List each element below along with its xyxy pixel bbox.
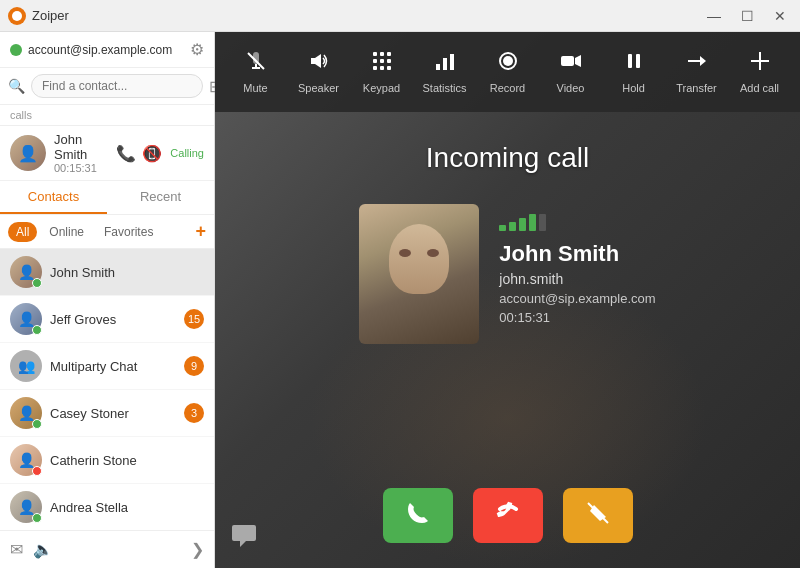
list-item[interactable]: 👤 Casey Stoner 3 [0, 390, 214, 437]
video-button[interactable]: Video [543, 42, 598, 102]
call-actions-bar [215, 463, 800, 568]
statistics-button[interactable]: Statistics [417, 42, 472, 102]
hold-icon [623, 50, 645, 78]
account-status-dot [10, 44, 22, 56]
status-indicator [32, 466, 42, 476]
maximize-button[interactable]: ☐ [735, 6, 760, 26]
list-item[interactable]: 👤 John Smith [0, 249, 214, 296]
answer-button[interactable] [383, 488, 453, 543]
list-item[interactable]: 👤 Jeff Groves 15 [0, 296, 214, 343]
speaker-button[interactable]: Speaker [291, 42, 346, 102]
call-toolbar: Mute Speaker [215, 32, 800, 112]
hangup-icon[interactable]: 📵 [142, 144, 162, 163]
list-item[interactable]: 👤 Andrea Stella [0, 484, 214, 530]
close-button[interactable]: ✕ [768, 6, 792, 26]
filter-all[interactable]: All [8, 222, 37, 242]
hangup-button[interactable] [473, 488, 543, 543]
svg-rect-23 [636, 54, 640, 68]
message-badge: 3 [184, 403, 204, 423]
speaker-icon [308, 50, 330, 78]
message-badge: 9 [184, 356, 204, 376]
search-bar: 🔍 ⊞ [0, 68, 214, 105]
status-indicator [32, 513, 42, 523]
video-label: Video [557, 82, 585, 94]
incoming-call-label: Incoming call [426, 142, 589, 174]
answer-icon[interactable]: 📞 [116, 144, 136, 163]
contact-name: Multiparty Chat [50, 359, 176, 374]
add-call-icon [749, 50, 771, 78]
svg-rect-6 [373, 52, 377, 56]
call-actions: 📞 📵 [116, 144, 162, 163]
svg-rect-10 [380, 59, 384, 63]
volume-icon[interactable]: 🔈 [33, 540, 53, 559]
contact-name: Jeff Groves [50, 312, 176, 327]
account-bar: account@sip.example.com ⚙ [0, 32, 214, 68]
caller-photo [359, 204, 479, 344]
message-badge: 15 [184, 309, 204, 329]
transfer-button[interactable]: Transfer [669, 42, 724, 102]
statistics-icon [434, 50, 456, 78]
tab-recent[interactable]: Recent [107, 181, 214, 214]
filter-favorites[interactable]: Favorites [96, 222, 161, 242]
account-name: account@sip.example.com [28, 43, 172, 57]
contact-avatar: 👤 [10, 444, 42, 476]
mute-label: Mute [243, 82, 267, 94]
main-tabs: Contacts Recent [0, 181, 214, 215]
svg-point-0 [12, 11, 22, 21]
add-call-label: Add call [740, 82, 779, 94]
keypad-button[interactable]: Keypad [354, 42, 409, 102]
keypad-icon [371, 50, 393, 78]
contact-avatar: 👤 [10, 256, 42, 288]
hold-button[interactable]: Hold [606, 42, 661, 102]
contact-name: Casey Stoner [50, 406, 176, 421]
main-layout: account@sip.example.com ⚙ 🔍 ⊞ calls 👤 Jo… [0, 32, 800, 568]
tab-contacts[interactable]: Contacts [0, 181, 107, 214]
contact-name: Andrea Stella [50, 500, 204, 515]
svg-marker-21 [575, 55, 581, 67]
svg-rect-9 [373, 59, 377, 63]
transfer-label: Transfer [676, 82, 717, 94]
account-info: account@sip.example.com [10, 43, 172, 57]
record-icon [497, 50, 519, 78]
caller-details: John Smith john.smith account@sip.exampl… [499, 204, 655, 325]
add-filter-button[interactable]: + [195, 221, 206, 242]
right-panel: Mute Speaker [215, 32, 800, 568]
window-controls: — ☐ ✕ [701, 6, 792, 26]
filter-online[interactable]: Online [41, 222, 92, 242]
call-info: John Smith 00:15:31 [54, 132, 108, 174]
caller-card: John Smith john.smith account@sip.exampl… [359, 204, 655, 344]
voicemail-icon[interactable]: ✉ [10, 540, 23, 559]
list-item[interactable]: 👥 Multiparty Chat 9 [0, 343, 214, 390]
signal-bar-2 [509, 222, 516, 231]
contact-avatar: 👤 [10, 491, 42, 523]
list-item[interactable]: 👤 Catherin Stone [0, 437, 214, 484]
status-indicator [32, 419, 42, 429]
title-bar: Zoiper — ☐ ✕ [0, 0, 800, 32]
expand-icon[interactable]: ❯ [191, 540, 204, 559]
add-call-button[interactable]: Add call [732, 42, 787, 102]
title-bar-left: Zoiper [8, 7, 69, 25]
mute-call-icon [584, 499, 612, 533]
keypad-label: Keypad [363, 82, 400, 94]
svg-rect-12 [373, 66, 377, 70]
svg-marker-25 [700, 56, 706, 66]
record-button[interactable]: Record [480, 42, 535, 102]
svg-rect-15 [436, 64, 440, 70]
signal-bar-3 [519, 218, 526, 231]
status-indicator [32, 325, 42, 335]
search-input[interactable] [31, 74, 203, 98]
minimize-button[interactable]: — [701, 6, 727, 26]
settings-icon[interactable]: ⚙ [190, 40, 204, 59]
call-time: 00:15:31 [54, 162, 108, 174]
contact-name: John Smith [50, 265, 204, 280]
contact-list: 👤 John Smith 👤 Jeff Groves 15 👥 Mu [0, 249, 214, 530]
caller-account: account@sip.example.com [499, 291, 655, 306]
svg-rect-8 [387, 52, 391, 56]
contact-avatar: 👤 [10, 397, 42, 429]
mute-button[interactable]: Mute [228, 42, 283, 102]
active-call-item[interactable]: 👤 John Smith 00:15:31 📞 📵 Calling [0, 126, 214, 181]
contact-name: Catherin Stone [50, 453, 204, 468]
chat-icon-area[interactable] [230, 521, 258, 553]
mute-call-button[interactable] [563, 488, 633, 543]
status-indicator [32, 278, 42, 288]
